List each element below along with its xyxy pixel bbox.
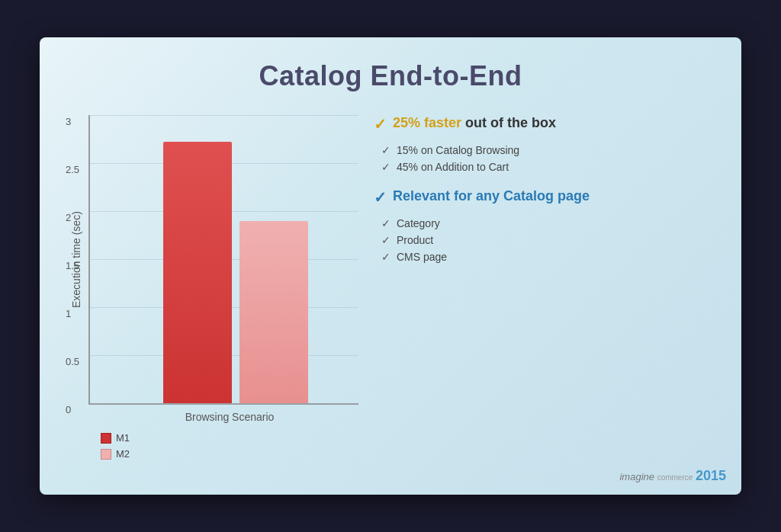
text-out-of-box: out of the box (465, 115, 556, 130)
y-tick-3: 3 (66, 115, 71, 127)
bar-m1 (163, 142, 232, 403)
highlight-catalog-page: ✓ Relevant for any Catalog page (374, 188, 711, 207)
y-tick-05: 0.5 (66, 355, 79, 367)
sub-text-cart: 45% on Addition to Cart (397, 161, 509, 173)
legend-label-m2: M2 (116, 448, 130, 460)
legend-m2: M2 (101, 448, 130, 460)
brand-year: 2015 (696, 468, 726, 483)
chart-wrapper: Execution time (sec) 0 0.5 1 (70, 115, 358, 405)
bar-m2 (239, 221, 308, 403)
x-axis-label: Browsing Scenario (70, 411, 358, 423)
check-icon-catalog: ✓ (381, 144, 390, 156)
highlight-faster-text: 25% faster out of the box (393, 115, 556, 131)
y-tick-2: 2 (66, 211, 71, 223)
text-relevant-catalog: Relevant for any Catalog page (393, 188, 590, 204)
check-icon-category: ✓ (381, 217, 390, 229)
sub-text-product: Product (397, 234, 433, 246)
sub-text-cms: CMS page (397, 251, 447, 263)
sub-item-cart: ✓ 45% on Addition to Cart (381, 161, 711, 173)
check-icon-faster: ✓ (374, 115, 387, 133)
check-icon-cart: ✓ (381, 161, 390, 173)
y-tick-0: 0 (66, 403, 71, 415)
sub-text-catalog-browsing: 15% on Catalog Browsing (397, 144, 519, 156)
sub-item-catalog-browsing: ✓ 15% on Catalog Browsing (381, 144, 711, 156)
chart-legend: M1 M2 (70, 432, 130, 460)
info-area: ✓ 25% faster out of the box ✓ 15% on Cat… (358, 115, 711, 466)
sub-text-category: Category (397, 217, 440, 229)
y-tick-25: 2.5 (66, 163, 79, 175)
chart-area: Execution time (sec) 0 0.5 1 (70, 115, 358, 466)
faster-sub-items: ✓ 15% on Catalog Browsing ✓ 45% on Addit… (381, 144, 711, 173)
brand-commerce: commerce (657, 473, 693, 482)
content-area: Execution time (sec) 0 0.5 1 (70, 115, 711, 466)
check-icon-catalog-page: ✓ (374, 188, 387, 207)
bars-container (113, 115, 358, 403)
sub-item-category: ✓ Category (381, 217, 711, 229)
legend-box-m1 (101, 433, 111, 444)
legend-label-m1: M1 (116, 432, 130, 444)
brand-imagine: imagine (619, 471, 654, 482)
text-25-faster: 25% faster (393, 115, 461, 130)
slide-title: Catalog End-to-End (70, 60, 711, 92)
sub-item-product: ✓ Product (381, 234, 711, 246)
legend-m1: M1 (101, 432, 130, 444)
legend-box-m2 (101, 449, 111, 460)
chart-inner: 0 0.5 1 1.5 (88, 115, 358, 405)
y-tick-1: 1 (66, 307, 71, 319)
branding: imagine commerce 2015 (619, 468, 726, 484)
highlight-faster: ✓ 25% faster out of the box (374, 115, 711, 133)
check-icon-product: ✓ (381, 234, 390, 246)
check-icon-cms: ✓ (381, 251, 390, 263)
slide: Catalog End-to-End Execution time (sec) … (40, 37, 741, 495)
y-tick-15: 1.5 (66, 259, 79, 271)
sub-item-cms: ✓ CMS page (381, 251, 711, 263)
catalog-page-sub-items: ✓ Category ✓ Product ✓ CMS page (381, 217, 711, 263)
